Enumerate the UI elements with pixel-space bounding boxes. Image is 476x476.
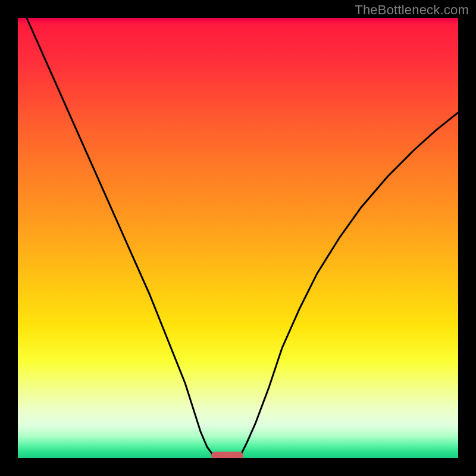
curve-right-branch [240, 112, 458, 456]
curve-layer [18, 18, 458, 458]
chart-frame: TheBottleneck.com [0, 0, 476, 476]
watermark-text: TheBottleneck.com [355, 2, 469, 18]
minimum-marker-pill [211, 452, 243, 458]
curve-left-branch [27, 18, 214, 456]
plot-area [18, 18, 458, 458]
